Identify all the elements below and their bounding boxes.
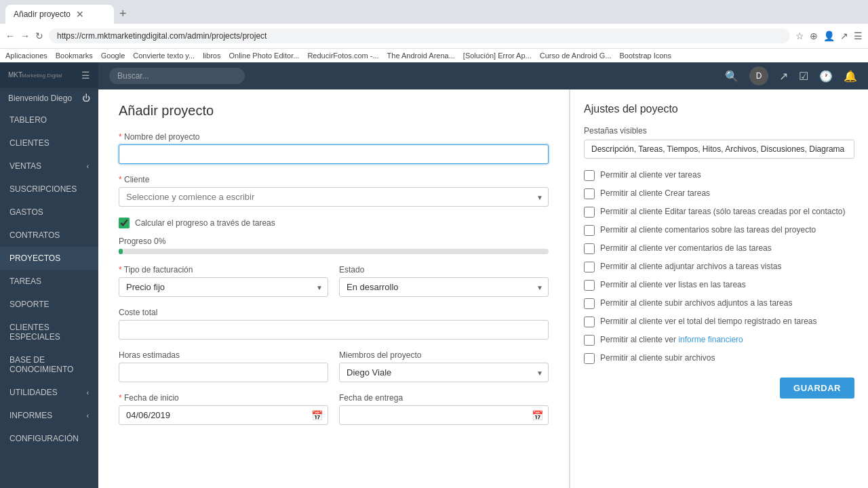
address-icons: ☆ ⊕ 👤 ↗ ☰: [795, 30, 863, 41]
account-icon[interactable]: 👤: [823, 30, 835, 41]
extension-icon[interactable]: ⊕: [810, 30, 818, 41]
pestanas-input[interactable]: [584, 140, 854, 159]
address-input[interactable]: [49, 28, 790, 43]
bookmark-item[interactable]: Aplicaciones: [5, 52, 47, 60]
calcular-label: Calcular el progreso a través de tareas: [135, 218, 275, 228]
cliente-input[interactable]: [119, 187, 549, 207]
pestanas-section: Pestañas visibles: [584, 126, 854, 159]
permission-checkbox-3[interactable]: [584, 225, 595, 236]
calendar-icon[interactable]: 📅: [532, 410, 543, 421]
bookmark-item[interactable]: Convierte texto y...: [133, 52, 195, 60]
bookmark-item-bootstrap[interactable]: Bootstrap Icons: [620, 52, 671, 60]
sidebar-item-tareas[interactable]: TAREAS: [0, 270, 98, 293]
bookmark-item[interactable]: libros: [203, 52, 220, 60]
permission-checkbox-9[interactable]: [584, 335, 595, 346]
sidebar-item-base-conocimiento[interactable]: BASE DE CONOCIMIENTO: [0, 348, 98, 381]
permission-checkbox-7[interactable]: [584, 298, 595, 309]
facturacion-select[interactable]: Precio fijo Por hora Gratis: [119, 277, 328, 297]
check-icon[interactable]: ☑: [799, 70, 808, 83]
permission-label-4: Permitir al cliente ver comentarios de l…: [600, 243, 772, 254]
bookmark-item[interactable]: Google: [101, 52, 125, 60]
nombre-group: Nombre del proyecto: [119, 132, 549, 164]
permission-checkbox-8[interactable]: [584, 317, 595, 327]
bookmark-item[interactable]: Curso de Android G...: [540, 52, 612, 60]
sidebar-welcome: Bienvenido Diego ⏻: [0, 88, 98, 108]
browser-chrome: Añadir proyecto ✕ + ← → ↻ ☆ ⊕ 👤 ↗ ☰ Apli…: [0, 0, 868, 62]
panel-title: Ajustes del poyecto: [584, 103, 854, 115]
permission-checkbox-10[interactable]: [584, 353, 595, 364]
bookmark-item[interactable]: [Solución] Error Ap...: [463, 52, 532, 60]
permission-checkbox-2[interactable]: [584, 207, 595, 218]
sidebar-item-clientes-especiales[interactable]: CLIENTES ESPECIALES: [0, 316, 98, 348]
miembros-select[interactable]: Diego Viale: [339, 363, 549, 382]
coste-input[interactable]: [119, 320, 549, 340]
horas-input[interactable]: [119, 363, 328, 382]
sidebar-nav: TABLERO CLIENTES VENTAS ‹ SUSCRIPCIONES …: [0, 108, 98, 488]
estado-col: Estado En desarrollo Sin iniciar Finaliz…: [339, 265, 549, 308]
sidebar-item-informes[interactable]: INFORMES ‹: [0, 404, 98, 427]
sidebar-item-clientes[interactable]: CLIENTES: [0, 131, 98, 155]
welcome-text: Bienvenido Diego: [8, 94, 72, 103]
permission-label-6: Permitir al cliente ver listas en las ta…: [600, 279, 746, 291]
coste-label: Coste total: [119, 308, 549, 317]
bookmark-icon[interactable]: ☰: [854, 30, 863, 41]
share-icon[interactable]: ↗: [779, 70, 788, 83]
forward-button[interactable]: →: [20, 30, 30, 41]
new-tab-button[interactable]: +: [114, 4, 132, 24]
fecha-entrega-label: Fecha de entrega: [339, 393, 549, 403]
permission-checkbox-0[interactable]: [584, 170, 595, 181]
sidebar-item-gastos[interactable]: GASTOS: [0, 201, 98, 224]
checkbox-item: Permitir al cliente ver tareas: [584, 169, 854, 181]
bookmark-item[interactable]: Bookmarks: [56, 52, 93, 60]
reload-button[interactable]: ↻: [35, 30, 43, 41]
permission-checkbox-4[interactable]: [584, 243, 595, 254]
fechas-row: Fecha de inicio 📅 Fecha de entrega: [119, 393, 549, 436]
checkbox-item: Permitir al cliente Editar tareas (sólo …: [584, 206, 854, 218]
fecha-entrega-input[interactable]: [339, 405, 549, 425]
share-icon[interactable]: ↗: [840, 30, 848, 41]
bookmark-item[interactable]: The Android Arena...: [387, 52, 455, 60]
sidebar-item-ventas[interactable]: VENTAS ‹: [0, 155, 98, 178]
save-button[interactable]: GUARDAR: [780, 378, 854, 399]
fecha-inicio-input[interactable]: [119, 405, 328, 425]
fecha-inicio-group: Fecha de inicio 📅: [119, 393, 328, 425]
nombre-label: Nombre del proyecto: [119, 132, 549, 142]
sidebar-item-contratos[interactable]: CONTRATOS: [0, 224, 98, 247]
facturacion-select-wrap: Precio fijo Por hora Gratis ▼: [119, 277, 328, 297]
back-button[interactable]: ←: [5, 30, 15, 41]
power-icon[interactable]: ⏻: [82, 94, 90, 103]
sidebar-item-suscripciones[interactable]: SUSCRIPCIONES: [0, 178, 98, 201]
form-area: Añadir proyecto Nombre del proyecto Clie…: [98, 89, 570, 488]
clock-icon[interactable]: 🕐: [819, 70, 833, 83]
bell-icon[interactable]: 🔔: [844, 70, 857, 83]
sidebar-item-configuracion[interactable]: CONFIGURACIÓN: [0, 427, 98, 450]
tab-close-button[interactable]: ✕: [76, 9, 84, 20]
bookmark-item[interactable]: Online Photo Editor...: [229, 52, 299, 60]
bookmark-item[interactable]: ReducirFotos.com -...: [307, 52, 378, 60]
sidebar-item-proyectos[interactable]: PROYECTOS: [0, 247, 98, 270]
sidebar-item-soporte[interactable]: SOPORTE: [0, 293, 98, 316]
permission-checkbox-6[interactable]: [584, 280, 595, 291]
permission-checkbox-1[interactable]: [584, 188, 595, 199]
search-icon[interactable]: 🔍: [725, 70, 738, 83]
calcular-row: Calcular el progreso a través de tareas: [119, 218, 549, 228]
search-input[interactable]: [109, 68, 245, 84]
calendar-icon[interactable]: 📅: [311, 410, 323, 421]
horas-col: Horas estimadas: [119, 350, 328, 393]
sidebar-item-utilidades[interactable]: UTILIDADES ‹: [0, 381, 98, 404]
cliente-select-wrap: ▼: [119, 187, 549, 207]
star-icon[interactable]: ☆: [795, 30, 804, 41]
calcular-checkbox[interactable]: [119, 218, 130, 228]
estado-select[interactable]: En desarrollo Sin iniciar Finalizado En …: [339, 277, 549, 297]
informe-link[interactable]: informe financiero: [678, 335, 743, 344]
user-avatar[interactable]: D: [749, 66, 768, 85]
miembros-label: Miembros del proyecto: [339, 350, 549, 360]
permission-checkbox-5[interactable]: [584, 262, 595, 272]
cliente-label: Cliente: [119, 175, 549, 184]
sidebar-toggle-icon[interactable]: ☰: [81, 70, 90, 81]
estado-group: Estado En desarrollo Sin iniciar Finaliz…: [339, 265, 549, 297]
nombre-input[interactable]: [119, 144, 549, 164]
horas-label: Horas estimadas: [119, 350, 328, 360]
sidebar-item-tablero[interactable]: TABLERO: [0, 108, 98, 131]
svg-text:MKT: MKT: [8, 71, 22, 79]
